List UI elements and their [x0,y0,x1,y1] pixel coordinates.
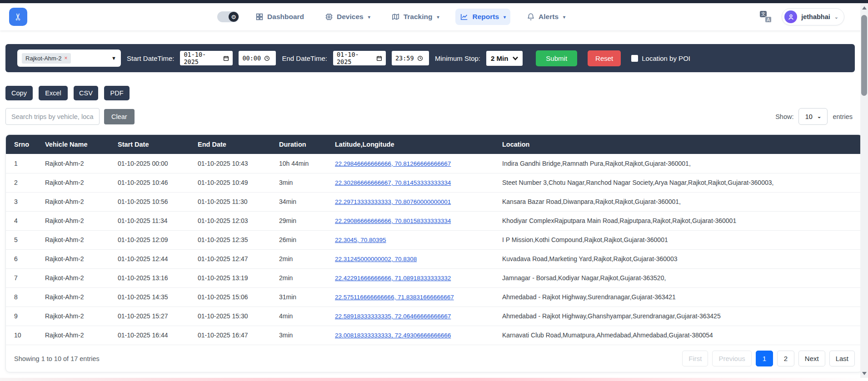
col-duration: Duration [275,135,331,154]
scrollbar-thumb[interactable] [861,15,867,96]
cell-srno: 9 [6,307,41,326]
cpu-icon [325,13,333,21]
next-page-button[interactable]: Next [798,351,825,366]
nav-item-tracking[interactable]: Tracking ▾ [387,9,444,25]
end-date-input[interactable]: 01-10-2025 [333,51,386,65]
cell-start: 01-10-2025 00:00 [114,154,194,173]
user-menu[interactable]: jethabhai ⌄ [782,8,844,25]
scroll-down-arrow-icon[interactable] [860,370,868,377]
chevron-down-icon: ▾ [368,15,370,20]
previous-page-button[interactable]: Previous [712,351,751,366]
latlng-link[interactable]: 22.29846666666666, 70.81266666666667 [335,160,451,167]
chevron-down-icon: ▾ [563,15,565,20]
cell-vehicle: Rajkot-Ahm-2 [41,249,114,268]
vehicle-tag: Rajkot-Ahm-2 × [22,53,71,64]
top-border-strip [0,0,868,3]
navbar-right: 文 A jethabhai ⌄ [760,8,844,25]
scroll-up-arrow-icon[interactable] [860,4,868,11]
cell-duration: 2min [275,268,331,287]
page-size-value: 10 [805,113,813,120]
cell-location: Steet Number 3,Chotu Nagar,Ranchod Nagar… [499,173,862,192]
vertical-scrollbar[interactable] [860,3,868,378]
vehicle-select[interactable]: Rajkot-Ahm-2 × ▼ [17,49,121,67]
remove-tag-icon[interactable]: × [64,55,67,61]
cell-location: Karnavati Club Road,Mumatpura,Ahmedabad,… [499,326,862,345]
entries-summary: Showing 1 to 10 of 17 entries [9,355,100,362]
location-by-poi-toggle[interactable]: Location by POI [631,54,690,62]
latlng-link[interactable]: 23.00818333333333, 72.49306666666666 [335,332,451,339]
start-date-input[interactable]: 01-10-2025 [180,51,233,65]
nav-item-devices[interactable]: Devices ▾ [320,9,375,25]
page-1-button[interactable]: 1 [756,351,773,366]
translate-front-glyph: A [765,16,772,23]
latlng-link[interactable]: 22.42291666666666, 71.08918333333332 [335,275,451,282]
cell-vehicle: Rajkot-Ahm-2 [41,287,114,307]
poi-checkbox[interactable] [631,55,638,62]
cell-vehicle: Rajkot-Ahm-2 [41,230,114,249]
latlng-link[interactable]: 22.31245000000002, 70.8308 [335,256,417,262]
first-page-button[interactable]: First [682,351,708,366]
cell-duration: 10h 44min [275,154,331,173]
translate-icon[interactable]: 文 A [760,11,772,23]
reset-button[interactable]: Reset [588,50,621,66]
pdf-button[interactable]: PDF [104,86,130,100]
app-logo[interactable]: ✂ [9,8,27,26]
gear-icon: ⚙ [229,12,239,22]
start-time-input[interactable]: 00:00 [239,51,276,65]
copy-button[interactable]: Copy [5,86,33,100]
last-page-button[interactable]: Last [829,351,855,366]
table-row: 4 Rajkot-Ahm-2 01-10-2025 11:34 01-10-20… [6,211,862,230]
cell-srno: 8 [6,287,41,307]
cell-vehicle: Rajkot-Ahm-2 [41,268,114,287]
cell-end: 01-10-2025 12:35 [194,230,275,249]
cell-start: 01-10-2025 12:09 [114,230,194,249]
cell-duration: 26min [275,230,331,249]
vehicle-tag-label: Rajkot-Ahm-2 [25,55,61,62]
latlng-link[interactable]: 22.29713333333333, 70.80760000000001 [335,198,451,205]
table-row: 3 Rajkot-Ahm-2 01-10-2025 10:56 01-10-20… [6,192,862,211]
cell-srno: 3 [6,192,41,211]
cell-end: 01-10-2025 15:06 [194,287,275,307]
cell-vehicle: Rajkot-Ahm-2 [41,154,114,173]
latlng-link[interactable]: 22.3045, 70.80395 [335,237,386,243]
cell-srno: 4 [6,211,41,230]
cell-srno: 6 [6,249,41,268]
excel-button[interactable]: Excel [39,86,68,100]
end-time-input[interactable]: 23:59 [392,51,429,65]
nav-item-alerts[interactable]: Alerts ▾ [522,9,570,25]
latlng-link[interactable]: 22.58918333333335, 72.06466666666667 [335,313,451,320]
cell-vehicle: Rajkot-Ahm-2 [41,211,114,230]
end-time-value: 23:59 [395,54,414,62]
col-srno: Srno [6,135,41,154]
search-input[interactable] [5,108,100,125]
person-icon [788,14,794,20]
cell-start: 01-10-2025 10:56 [114,192,194,211]
latlng-link[interactable]: 22.575116666666666, 71.83831666666667 [335,294,454,301]
calendar-icon [376,55,382,61]
cell-vehicle: Rajkot-Ahm-2 [41,173,114,192]
page-2-button[interactable]: 2 [777,351,794,366]
entries-label: entries [833,113,853,120]
cell-srno: 2 [6,173,41,192]
csv-button[interactable]: CSV [74,86,98,100]
col-latlng: Latitude,Longitude [331,135,499,154]
nav-item-reports[interactable]: Reports ▾ [455,9,510,25]
latlng-link[interactable]: 22.29086666666666, 70.80158333333334 [335,218,451,224]
page-size-select[interactable]: 10 ⌄ [798,108,828,125]
latlng-link[interactable]: 22.30286666666667, 70.81453333333334 [335,179,451,186]
cell-duration: 2min [275,249,331,268]
cell-vehicle: Rajkot-Ahm-2 [41,307,114,326]
cell-location: Kansara Bazar Road,Diwanpara,Rajkot,Rajk… [499,192,862,211]
chevron-down-icon: ⌄ [834,14,838,20]
clear-button[interactable]: Clear [104,109,135,124]
minimum-stop-select[interactable]: 2 Min [486,51,523,66]
user-name: jethabhai [801,13,830,20]
col-end: End Date [194,135,275,154]
nav-item-dashboard[interactable]: Dashboard [251,9,309,25]
submit-button[interactable]: Submit [536,50,577,66]
theme-toggle[interactable]: ⚙ [217,11,239,22]
cell-end: 01-10-2025 10:49 [194,173,275,192]
cell-end: 01-10-2025 11:30 [194,192,275,211]
minimum-stop-label: Minimum Stop: [435,54,480,62]
export-buttons: Copy Excel CSV PDF [5,86,868,100]
